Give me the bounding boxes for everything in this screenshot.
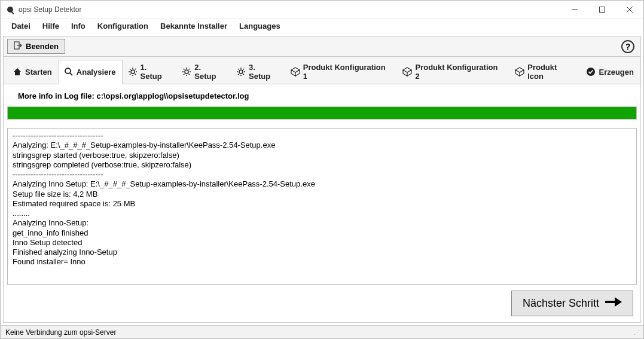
- statusbar: Keine Verbindung zum opsi-Server ⋰: [1, 325, 643, 338]
- menu-datei[interactable]: Datei: [5, 20, 36, 32]
- next-step-button[interactable]: Nächster Schritt: [511, 291, 633, 316]
- menubar: Datei Hilfe Info Konfiguration Bekannte …: [1, 19, 643, 35]
- log-info-line: More info in Log file: c:\opsi.org\applo…: [7, 88, 637, 106]
- arrow-right-icon: [605, 297, 622, 310]
- svg-point-27: [239, 70, 243, 74]
- log-output[interactable]: ----------------------------------- Anal…: [7, 128, 637, 285]
- svg-rect-3: [600, 7, 605, 12]
- toolbar: Beenden ?: [3, 36, 641, 57]
- gear-icon: [182, 67, 191, 77]
- menu-bekannte-installer[interactable]: Bekannte Installer: [154, 20, 233, 32]
- menu-konfiguration[interactable]: Konfiguration: [91, 20, 154, 32]
- exit-button-label: Beenden: [26, 42, 59, 51]
- tab-label: Produkt Konfiguration 2: [415, 63, 503, 81]
- svg-line-25: [184, 74, 185, 75]
- progress-bar: [7, 106, 637, 120]
- close-button[interactable]: [616, 1, 643, 19]
- help-button[interactable]: ?: [621, 40, 634, 53]
- exit-button[interactable]: Beenden: [7, 39, 65, 54]
- window-title: opsi Setup Detektor: [19, 5, 81, 14]
- help-icon: ?: [625, 42, 631, 51]
- search-icon: [64, 67, 74, 77]
- svg-point-18: [185, 70, 188, 74]
- svg-line-8: [70, 73, 72, 75]
- gear-icon: [236, 67, 246, 77]
- tab-setup2[interactable]: 2. Setup: [176, 60, 231, 84]
- resize-grip[interactable]: ⋰: [634, 329, 639, 335]
- content-analyze: More info in Log file: c:\opsi.org\applo…: [3, 84, 641, 323]
- menu-hilfe[interactable]: Hilfe: [36, 20, 65, 32]
- tab-analysiere[interactable]: Analysiere: [59, 60, 123, 84]
- minimize-button[interactable]: [561, 1, 588, 19]
- svg-point-9: [131, 70, 135, 74]
- tabstrip: Starten Analysiere 1. Setup 2. Setup 3. …: [3, 57, 641, 84]
- next-step-label: Nächster Schritt: [523, 297, 599, 310]
- gear-icon: [128, 67, 138, 77]
- home-icon: [13, 67, 22, 77]
- tab-produkt-konfiguration-2[interactable]: Produkt Konfiguration 2: [397, 60, 509, 84]
- svg-point-36: [587, 68, 595, 76]
- tab-produkt-icon[interactable]: Produkt Icon: [509, 60, 581, 84]
- svg-line-34: [238, 74, 239, 75]
- check-icon: [586, 67, 596, 77]
- svg-line-16: [130, 74, 131, 75]
- tab-setup3[interactable]: 3. Setup: [231, 60, 285, 84]
- svg-line-26: [189, 69, 190, 70]
- svg-line-32: [238, 69, 239, 70]
- app-icon: [5, 5, 15, 14]
- status-text: Keine Verbindung zum opsi-Server: [5, 328, 116, 337]
- svg-line-35: [243, 69, 245, 70]
- tab-setup1[interactable]: 1. Setup: [123, 60, 177, 84]
- next-button-row: Nächster Schritt: [7, 285, 637, 317]
- tab-produkt-konfiguration-1[interactable]: Produkt Konfiguration 1: [285, 60, 398, 84]
- svg-line-33: [243, 74, 245, 75]
- svg-point-7: [65, 68, 71, 74]
- cube-icon: [291, 67, 300, 77]
- svg-line-14: [130, 69, 131, 70]
- menu-languages[interactable]: Languages: [233, 20, 286, 32]
- tab-starten[interactable]: Starten: [7, 60, 59, 84]
- exit-icon: [14, 41, 22, 51]
- tab-label: 2. Setup: [194, 63, 224, 81]
- tab-label: 1. Setup: [141, 63, 170, 81]
- svg-rect-37: [605, 301, 616, 303]
- cube-icon: [515, 67, 524, 77]
- svg-line-15: [135, 74, 136, 75]
- svg-line-24: [189, 74, 190, 75]
- titlebar: opsi Setup Detektor: [1, 1, 643, 19]
- tab-label: Starten: [25, 68, 52, 77]
- menu-info[interactable]: Info: [65, 20, 91, 32]
- svg-line-23: [184, 69, 185, 70]
- tab-erzeugen[interactable]: Erzeugen: [581, 60, 640, 84]
- tab-label: Analysiere: [77, 68, 116, 77]
- tab-label: 3. Setup: [249, 63, 279, 81]
- tab-label: Produkt Icon: [527, 63, 574, 81]
- maximize-button[interactable]: [588, 1, 616, 19]
- cube-icon: [402, 67, 412, 77]
- progress-fill: [8, 107, 636, 119]
- tab-label: Produkt Konfiguration 1: [303, 63, 391, 81]
- window-controls: [561, 1, 643, 19]
- tab-label: Erzeugen: [599, 68, 634, 77]
- svg-line-17: [135, 69, 136, 70]
- svg-rect-1: [11, 11, 14, 14]
